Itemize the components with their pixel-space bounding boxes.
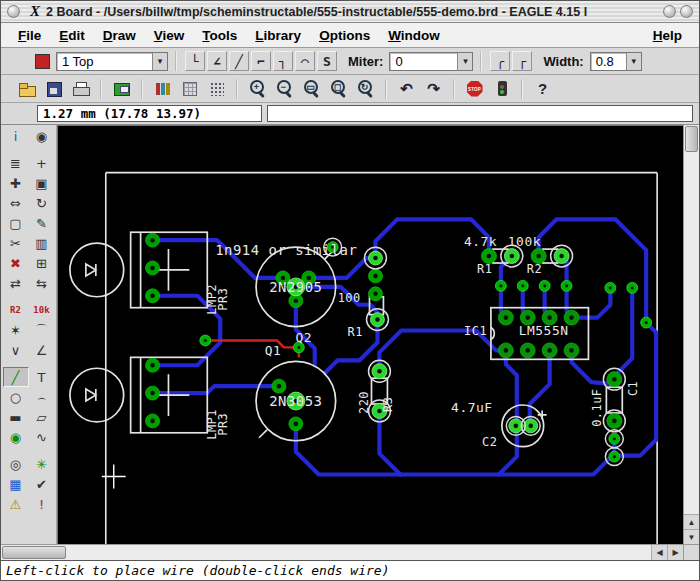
library-use-button[interactable]: [150, 76, 175, 101]
board-canvas[interactable]: 1n914 or similar2N2905Q2Q12N3053100R1220…: [58, 126, 683, 544]
scroll-right-button[interactable]: ▶: [667, 545, 683, 560]
silkscreen-label: R3: [381, 397, 395, 412]
smash-tool[interactable]: ✶: [3, 320, 29, 340]
hscroll-thumb[interactable]: [2, 546, 66, 559]
go-button[interactable]: [489, 76, 514, 101]
zoom-fit-button[interactable]: ▭: [299, 76, 324, 101]
zoom-out-button[interactable]: −: [272, 76, 297, 101]
zoom-in-button[interactable]: +: [245, 76, 270, 101]
pinswap-tool[interactable]: ⇄: [3, 273, 29, 293]
menu-window[interactable]: Window: [379, 25, 449, 46]
vscroll-track[interactable]: [684, 153, 699, 514]
window-title: 2 Board - /Users/billw/tmp/scheminstruct…: [46, 5, 659, 19]
menu-library[interactable]: Library: [246, 25, 310, 46]
wire-bend-style-2[interactable]: ╱: [229, 51, 249, 71]
circle-tool[interactable]: ○: [3, 387, 29, 407]
undo-button[interactable]: ↶: [394, 76, 419, 101]
wire-bend-style-0[interactable]: └: [185, 51, 205, 71]
info-tool[interactable]: i: [3, 126, 29, 146]
optimize-tool[interactable]: ∠: [29, 340, 55, 360]
add-tool[interactable]: ⊞: [29, 253, 55, 273]
wire-bend-style-1[interactable]: ∠: [207, 51, 227, 71]
miter-style-1[interactable]: ┌: [512, 51, 532, 71]
move-tool[interactable]: ✚: [3, 173, 29, 193]
drc-tool[interactable]: ⚠: [3, 494, 29, 514]
group-tool[interactable]: ▢: [3, 213, 29, 233]
menu-draw[interactable]: Draw: [94, 25, 145, 46]
wire-bend-style-3[interactable]: ⌐: [251, 51, 271, 71]
redo-button[interactable]: ↷: [421, 76, 446, 101]
board-schematic-button[interactable]: [109, 76, 134, 101]
horizontal-scrollbar[interactable]: ◀ ▶: [1, 544, 683, 560]
show-tool[interactable]: ◉: [29, 126, 55, 146]
chevron-down-icon: ▾: [626, 53, 641, 70]
mark-tool[interactable]: +: [29, 153, 55, 173]
wire-bend-style-4[interactable]: ┐: [273, 51, 293, 71]
ratsnest-tool[interactable]: ✳: [29, 454, 55, 474]
menu-tools[interactable]: Tools: [193, 25, 246, 46]
maximize-button[interactable]: [680, 5, 693, 18]
width-combobox[interactable]: 0.8 ▾: [590, 52, 642, 71]
menu-edit[interactable]: Edit: [50, 25, 94, 46]
menu-options[interactable]: Options: [310, 25, 379, 46]
miter-combobox[interactable]: 0 ▾: [389, 52, 473, 71]
scroll-up-button[interactable]: ▲: [684, 514, 699, 529]
layer-color-swatch[interactable]: [35, 54, 50, 69]
menu-view[interactable]: View: [145, 25, 194, 46]
stop-button[interactable]: STOP: [462, 76, 487, 101]
print-button[interactable]: [68, 76, 93, 101]
vertical-scrollbar[interactable]: ▲ ▼: [683, 125, 699, 544]
layer-combobox[interactable]: 1 Top ▾: [56, 52, 168, 71]
auto-tool[interactable]: ▦: [3, 474, 29, 494]
menu-file[interactable]: File: [9, 25, 50, 46]
scroll-left-button[interactable]: ◀: [651, 545, 667, 560]
minimize-button[interactable]: [663, 5, 676, 18]
zoom-select-button[interactable]: ◻: [326, 76, 351, 101]
via-tool[interactable]: ◉: [3, 427, 29, 447]
split-tool[interactable]: ∨: [3, 340, 29, 360]
wire-bend-style-5[interactable]: ⌒: [295, 51, 315, 71]
vscroll-thumb[interactable]: [685, 126, 698, 152]
rotate-tool[interactable]: ↻: [29, 193, 55, 213]
wire-bend-style-6[interactable]: S: [317, 51, 337, 71]
change-tool[interactable]: ✎: [29, 213, 55, 233]
hscroll-track[interactable]: [67, 545, 651, 560]
help-button[interactable]: ?: [530, 76, 555, 101]
toolbar-separator: [141, 79, 143, 99]
miter-wire-tool[interactable]: ⌒: [29, 320, 55, 340]
signal-tool[interactable]: ∿: [29, 427, 55, 447]
via-icon: ◉: [10, 431, 21, 444]
erc-tool[interactable]: ✔: [29, 474, 55, 494]
value-tool[interactable]: 10k: [29, 300, 55, 320]
mirror-tool[interactable]: ⇔: [3, 193, 29, 213]
zoom-redraw-button[interactable]: ↻: [353, 76, 378, 101]
grid-settings-button[interactable]: [204, 76, 229, 101]
undo-icon: ↶: [398, 80, 416, 98]
miter-style-0[interactable]: ╭: [490, 51, 510, 71]
close-button[interactable]: [7, 5, 20, 18]
display-tool[interactable]: ≣: [3, 153, 29, 173]
scroll-down-button[interactable]: ▼: [684, 529, 699, 544]
stop-icon: STOP: [466, 80, 484, 98]
hole-tool[interactable]: ◎: [3, 454, 29, 474]
gateswap-tool[interactable]: ⇆: [29, 273, 55, 293]
silkscreen-label: R1: [348, 326, 363, 340]
open-button[interactable]: [14, 76, 39, 101]
errors-tool[interactable]: !: [29, 494, 55, 514]
wire-tool[interactable]: ╱: [3, 367, 29, 387]
copy-tool[interactable]: ▣: [29, 173, 55, 193]
command-input[interactable]: [267, 105, 693, 122]
delete-tool[interactable]: ✖: [3, 253, 29, 273]
menu-help[interactable]: Help: [644, 25, 691, 46]
display-layers-button[interactable]: [177, 76, 202, 101]
titlebar[interactable]: X 2 Board - /Users/billw/tmp/scheminstru…: [1, 1, 699, 23]
text-tool[interactable]: T: [29, 367, 55, 387]
optimize-icon: ∠: [36, 344, 48, 357]
name-tool[interactable]: R2: [3, 300, 29, 320]
paste-tool[interactable]: ▥: [29, 233, 55, 253]
save-button[interactable]: [41, 76, 66, 101]
arc-tool[interactable]: ⌢: [29, 387, 55, 407]
polygon-tool[interactable]: ▱: [29, 407, 55, 427]
cut-tool[interactable]: ✂: [3, 233, 29, 253]
rect-tool[interactable]: ▬: [3, 407, 29, 427]
